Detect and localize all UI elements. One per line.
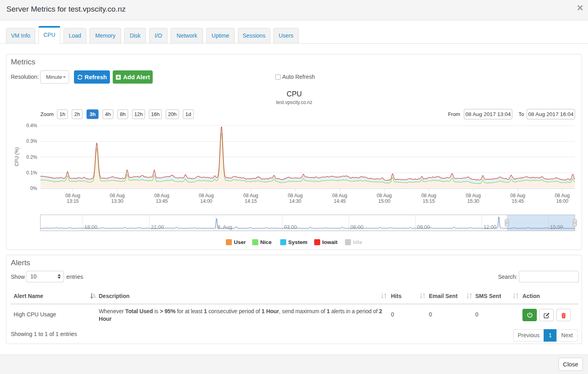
svg-text:08 Aug: 08 Aug [65, 193, 80, 198]
svg-text:0%: 0% [30, 186, 38, 191]
svg-text:16h: 16h [151, 111, 160, 117]
svg-text:08 Aug: 08 Aug [154, 193, 169, 198]
svg-text:Zoom: Zoom [40, 111, 54, 117]
svg-text:From: From [448, 111, 460, 117]
svg-text:08 Aug: 08 Aug [110, 193, 125, 198]
svg-text:16:00: 16:00 [556, 198, 568, 204]
svg-text:08 Aug: 08 Aug [466, 193, 480, 198]
svg-text:15:30: 15:30 [467, 198, 479, 204]
svg-text:0.2%: 0.2% [26, 154, 38, 160]
svg-text:09:00: 09:00 [417, 224, 430, 230]
svg-text:18:00: 18:00 [84, 224, 98, 230]
svg-text:0.1%: 0.1% [26, 170, 38, 176]
svg-text:To: To [518, 111, 524, 117]
svg-text:8h: 8h [120, 111, 126, 117]
svg-text:08 Aug: 08 Aug [421, 193, 436, 198]
svg-text:1h: 1h [60, 111, 65, 117]
svg-text:8. Aug: 8. Aug [217, 224, 232, 230]
svg-text:15:00: 15:00 [550, 224, 563, 230]
svg-text:13:45: 13:45 [156, 198, 168, 204]
svg-text:1d: 1d [185, 111, 191, 117]
svg-text:Nice: Nice [260, 239, 272, 245]
svg-text:14:45: 14:45 [334, 198, 346, 204]
svg-text:12:00: 12:00 [483, 224, 496, 230]
svg-text:15:15: 15:15 [423, 198, 435, 204]
svg-text:08 Aug 2017 13:04: 08 Aug 2017 13:04 [465, 111, 511, 117]
svg-text:08 Aug: 08 Aug [199, 193, 213, 198]
svg-text:0.3%: 0.3% [26, 138, 38, 144]
svg-text:System: System [288, 239, 307, 245]
svg-text:08 Aug: 08 Aug [332, 193, 347, 198]
svg-text:08 Aug 2017 16:04: 08 Aug 2017 16:04 [528, 111, 574, 117]
svg-text:08 Aug: 08 Aug [243, 193, 258, 198]
svg-text:CPU: CPU [287, 90, 302, 98]
svg-text:CPU (%): CPU (%) [14, 147, 20, 166]
svg-text:test.vpscity.co.nz: test.vpscity.co.nz [276, 100, 312, 105]
svg-text:13:15: 13:15 [67, 198, 79, 204]
svg-text:12h: 12h [134, 111, 143, 117]
svg-text:13:30: 13:30 [111, 198, 123, 204]
svg-text:15:45: 15:45 [512, 198, 524, 204]
svg-text:08 Aug: 08 Aug [288, 193, 303, 198]
svg-text:4h: 4h [105, 111, 111, 117]
svg-text:08 Aug: 08 Aug [555, 193, 570, 198]
svg-text:06:00: 06:00 [351, 224, 364, 230]
svg-text:14:15: 14:15 [245, 198, 257, 204]
svg-text:2h: 2h [74, 111, 80, 117]
svg-text:User: User [234, 239, 246, 245]
svg-text:03:00: 03:00 [284, 224, 297, 230]
svg-text:0.4%: 0.4% [26, 123, 38, 128]
svg-text:Idle: Idle [353, 239, 363, 245]
svg-text:3h: 3h [90, 111, 96, 117]
svg-text:15:00: 15:00 [378, 198, 390, 204]
svg-text:14:30: 14:30 [289, 198, 301, 204]
svg-text:14:00: 14:00 [200, 198, 212, 204]
svg-text:21:00: 21:00 [151, 224, 164, 230]
svg-text:20h: 20h [168, 111, 177, 117]
svg-text:Iowait: Iowait [322, 239, 338, 245]
svg-text:08 Aug: 08 Aug [510, 193, 525, 198]
svg-text:08 Aug: 08 Aug [377, 193, 392, 198]
